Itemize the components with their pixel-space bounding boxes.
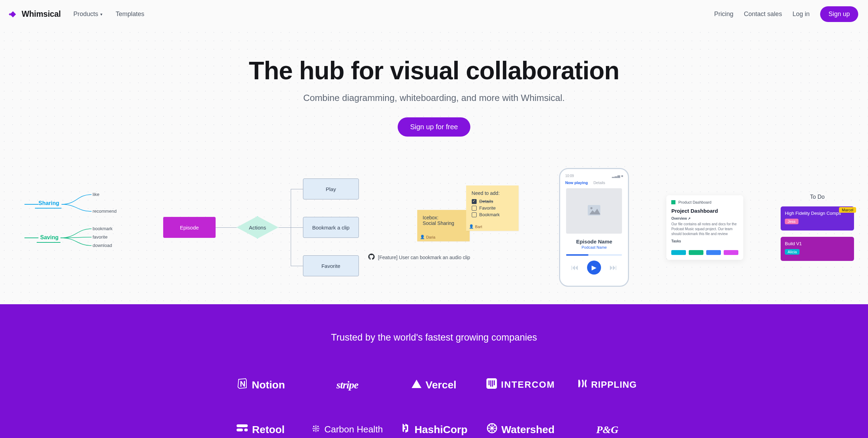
nav-products[interactable]: Products ▾ xyxy=(73,10,102,18)
kanban-card-2-title: Build V1 xyxy=(785,241,850,246)
square-icon xyxy=(671,200,675,204)
trusted-by-heading: Trusted by the world's fastest growing c… xyxy=(0,332,868,343)
mindmap-leaf-download: download xyxy=(93,243,112,248)
rippling-icon xyxy=(578,379,587,390)
checkbox-icon xyxy=(472,199,477,204)
svg-rect-9 xyxy=(244,429,248,431)
retool-icon xyxy=(237,424,248,435)
vercel-icon xyxy=(412,379,421,390)
link-pricing[interactable]: Pricing xyxy=(714,10,733,18)
sticky-need-user: 👤 Bart xyxy=(469,224,482,229)
hero-signup-button[interactable]: Sign up for free xyxy=(398,117,471,137)
dash-overview-label: Overview ↗ xyxy=(671,217,738,220)
primary-nav: Products ▾ Templates xyxy=(73,10,144,18)
logo-vercel: Vercel xyxy=(412,379,456,391)
mindmap-leaf-favorite: favorite xyxy=(93,234,108,240)
brand-name: Whimsical xyxy=(22,9,61,19)
intercom-icon xyxy=(486,378,497,391)
svg-rect-7 xyxy=(237,424,248,427)
sticky-icebox-user: 👤 Daria xyxy=(420,235,435,239)
flow-node-play: Play xyxy=(303,178,359,199)
sticky-icebox-line2: Social Sharing xyxy=(423,220,464,226)
phone-podcast-name: Podcast Name xyxy=(581,245,607,249)
phone-time: 10:09 xyxy=(565,174,574,178)
flow-node-bookmark: Bookmark a clip xyxy=(303,217,359,238)
phone-tab-now-playing: Now playing xyxy=(565,181,588,185)
checkbox-icon xyxy=(472,212,477,217)
phone-signal-icon: ▂▃▅ ■ xyxy=(612,174,623,178)
svg-rect-2 xyxy=(486,378,497,389)
github-issue-row: [Feature] User can bookmark an audio cli… xyxy=(368,254,508,261)
dash-body-text: Our file contains all notes and docs for… xyxy=(671,222,738,236)
sticky-icebox: Icebox: Social Sharing 👤 Daria xyxy=(417,210,470,241)
dash-tasks-label: Tasks xyxy=(671,239,738,243)
sticky-item-details: Details xyxy=(479,199,493,204)
trusted-by-section: Trusted by the world's fastest growing c… xyxy=(0,304,868,438)
dash-title: Project Dashboard xyxy=(671,208,738,214)
illus-stickies: Icebox: Social Sharing 👤 Daria Need to a… xyxy=(417,185,522,269)
logo-retool: Retool xyxy=(237,424,284,436)
svg-point-12 xyxy=(313,430,314,431)
kanban-label-jess: Jess xyxy=(785,219,798,224)
logo-pg: P&G xyxy=(596,424,618,436)
flow-node-actions: Actions xyxy=(237,216,279,239)
brand-logo-icon xyxy=(8,10,17,19)
illus-dashboard-card: Product Dashboard Project Dashboard Over… xyxy=(666,195,743,260)
flow-node-favorite: Favorite xyxy=(303,255,359,276)
forward-icon: ⏭ xyxy=(609,263,617,272)
phone-progress-bar xyxy=(566,254,622,256)
phone-episode-name: Episode Name xyxy=(576,239,612,244)
signup-button[interactable]: Sign up xyxy=(820,6,858,22)
checkbox-icon xyxy=(472,206,477,211)
mindmap-node-sharing: Sharing xyxy=(38,200,59,206)
hero-section: The hub for visual collaboration Combine… xyxy=(0,28,868,304)
chevron-down-icon: ▾ xyxy=(100,12,102,17)
hashicorp-icon xyxy=(400,423,410,436)
site-header: Whimsical Products ▾ Templates Pricing C… xyxy=(0,0,868,28)
github-icon xyxy=(368,254,375,261)
illus-mindmap: Sharing Saving like recommend bookmark f… xyxy=(14,189,126,266)
nav-templates-label: Templates xyxy=(116,10,144,18)
link-login[interactable]: Log in xyxy=(793,10,810,18)
flow-node-episode: Episode xyxy=(163,217,216,238)
logo-hashicorp: HashiCorp xyxy=(400,423,468,436)
kanban-column-title: To Do xyxy=(781,194,854,200)
svg-rect-5 xyxy=(492,380,493,387)
kanban-label-alicia: Alicia xyxy=(785,249,800,255)
svg-point-11 xyxy=(317,426,319,427)
mindmap-node-saving: Saving xyxy=(40,234,58,241)
hero-illustration-strip: Sharing Saving like recommend bookmark f… xyxy=(0,168,868,304)
illus-kanban: To Do Marcel High Fidelity Design Comps … xyxy=(781,194,854,261)
sticky-need-to-add: Need to add: Details Favorite Bookmark 👤… xyxy=(466,185,519,231)
svg-rect-3 xyxy=(489,380,490,385)
svg-rect-6 xyxy=(494,380,495,385)
rewind-icon: ⏮ xyxy=(571,263,579,272)
kanban-card-1: Marcel High Fidelity Design Comps Jess xyxy=(781,206,854,231)
mindmap-leaf-recommend: recommend xyxy=(93,209,117,214)
svg-rect-4 xyxy=(490,380,491,387)
kanban-card-2: Build V1 Alicia xyxy=(781,237,854,261)
phone-cover-placeholder xyxy=(566,188,622,234)
illus-flowchart: Episode Actions Play Bookmark a clip Fav… xyxy=(163,178,380,276)
github-issue-title: [Feature] User can bookmark an audio cli… xyxy=(378,255,470,260)
image-placeholder-icon xyxy=(588,205,600,217)
svg-point-13 xyxy=(317,430,319,431)
mindmap-leaf-bookmark: bookmark xyxy=(93,226,113,231)
svg-point-1 xyxy=(591,207,593,209)
carbon-health-icon xyxy=(312,424,320,435)
logo-carbon-health: Carbon Health xyxy=(312,424,383,435)
logo-intercom: INTERCOM xyxy=(486,378,555,391)
kanban-label-marcel: Marcel xyxy=(839,207,856,213)
link-contact-sales[interactable]: Contact sales xyxy=(744,10,782,18)
logo-rippling: RIPPLING xyxy=(578,379,637,390)
svg-rect-8 xyxy=(237,429,243,431)
notion-icon xyxy=(237,378,248,392)
hero-title: The hub for visual collaboration xyxy=(0,56,868,85)
sticky-icebox-line1: Icebox: xyxy=(423,215,464,220)
nav-templates[interactable]: Templates xyxy=(116,10,144,18)
brand-logo[interactable]: Whimsical xyxy=(8,9,61,19)
svg-point-10 xyxy=(313,426,314,427)
sticky-item-bookmark: Bookmark xyxy=(479,212,500,217)
customer-logos-grid: Notion stripe Vercel INTERCOM RIPPLING R… xyxy=(224,378,644,436)
play-icon: ▶ xyxy=(587,261,601,275)
